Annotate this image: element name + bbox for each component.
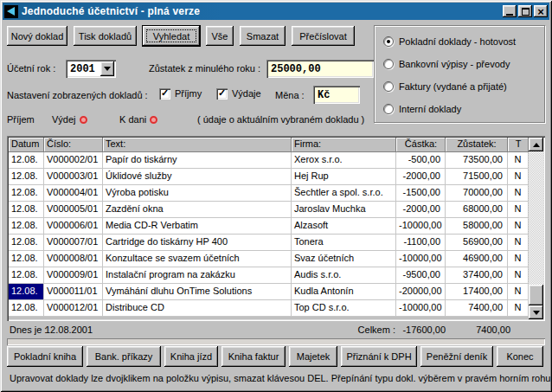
cell-text: Vymáhání dluhu OnTime Solutions (103, 284, 292, 300)
column-header-2: Číslo: (44, 138, 103, 152)
horizontal-scrollbar[interactable] (7, 338, 545, 345)
toolbar-button-3[interactable]: Vyhledat (143, 26, 200, 46)
cell-zustatek: 37400,00 (446, 267, 508, 284)
cell-cislo: V000007/01 (44, 235, 103, 251)
toolbar-button-6[interactable]: Přečíslovat (292, 26, 355, 46)
year-value: 2001 (66, 63, 95, 75)
cell-cislo: V000006/01 (44, 218, 103, 235)
expense-indicator-icon (80, 116, 87, 124)
doc-type-option-3[interactable]: Faktury (vydané a přijaté) (383, 80, 507, 93)
bottom-nav-button-1[interactable]: Pokladní kniha (7, 346, 83, 367)
balance-field[interactable]: 25000,00 (266, 60, 374, 78)
column-header-3: Text: (103, 138, 292, 152)
column-header-4: Firma: (292, 138, 396, 152)
cell-zustatek: 7400,00 (446, 300, 508, 317)
cell-t: N (508, 235, 529, 251)
app-icon (4, 5, 18, 18)
cell-t: N (508, 152, 529, 169)
scroll-up-icon[interactable] (529, 138, 543, 151)
toolbar-button-4[interactable]: Vše (206, 26, 234, 46)
display-settings-label: Nastavení zobrazených dokladů : (7, 90, 148, 100)
checkbox-1[interactable]: Příjmy (159, 87, 202, 100)
cell-firma: Jaroslav Muchka (292, 202, 396, 218)
cell-datum: 12.08. (9, 235, 44, 251)
minimize-icon (506, 14, 513, 16)
cell-cislo: V000004/01 (44, 185, 103, 202)
cell-firma: Alzasoft (292, 218, 396, 235)
bottom-nav-button-8[interactable]: Konec (497, 346, 543, 367)
bottom-nav-button-4[interactable]: Kniha faktur (221, 346, 286, 367)
table-row[interactable]: 12.08.V000011/01Vymáhání dluhu OnTime So… (9, 284, 529, 300)
bottom-nav: Pokladní knihaBank. příkazyKniha jízdKni… (7, 346, 543, 367)
cell-datum: 12.08. (9, 185, 44, 202)
bottom-nav-button-2[interactable]: Bank. příkazy (87, 346, 161, 367)
cell-firma: Xerox s.r.o. (292, 152, 396, 169)
app-window: Jednoduché účetnictví - plná verze Nový … (0, 0, 552, 392)
currency-field[interactable]: Kč (313, 86, 360, 104)
bottom-nav-button-3[interactable]: Kniha jízd (164, 346, 218, 367)
chevron-down-icon[interactable] (100, 61, 114, 76)
year-label: Účetní rok : (7, 63, 55, 74)
balance-label: Zůstatek z minulého roku : (149, 63, 260, 74)
doc-type-option-1[interactable]: Pokladní doklady - hotovost (383, 35, 516, 48)
cell-castka: -2000,00 (396, 169, 446, 185)
radio-icon (383, 36, 394, 47)
cell-firma: Hej Rup (292, 169, 396, 185)
cell-t: N (508, 284, 529, 300)
table-body: 12.08.V000002/01Papír do tiskárnyXerox s… (9, 152, 529, 317)
bottom-nav-button-6[interactable]: Přiznání k DPH (341, 346, 417, 367)
cell-text: Úklidové služby (103, 169, 292, 185)
cell-t: N (508, 267, 529, 284)
scrollbar-thumb[interactable] (529, 285, 543, 305)
cell-text: Konzultace se svazem účetních (103, 251, 292, 267)
cell-text: Distribuce CD (103, 300, 292, 317)
cell-castka: -9500,00 (396, 267, 446, 284)
cell-castka: -1500,00 (396, 185, 446, 202)
doc-type-label: Interní doklady (399, 104, 461, 114)
maximize-button[interactable] (518, 5, 532, 17)
scroll-down-icon[interactable] (529, 305, 543, 319)
toolbar-button-2[interactable]: Tisk dokladů (74, 26, 137, 46)
currency-value: Kč (313, 89, 330, 101)
tax-indicator: K dani (119, 114, 157, 125)
cell-text: Výroba potisku (103, 185, 292, 202)
checkbox-2[interactable]: Výdaje (216, 87, 261, 100)
cell-t: N (508, 185, 529, 202)
year-select[interactable]: 2001 (66, 60, 116, 78)
cell-cislo: V000003/01 (44, 169, 103, 185)
table-row[interactable]: 12.08.V000008/01Konzultace se svazem úče… (9, 251, 529, 267)
doc-type-option-4[interactable]: Interní doklady (383, 102, 461, 116)
table-row[interactable]: 12.08.V000002/01Papír do tiskárnyXerox s… (9, 152, 529, 169)
cell-text: Media CD-R Verbatim (103, 218, 292, 235)
expense-indicator-label: Výdej (52, 114, 76, 125)
today-value: 12.08.2001 (45, 325, 93, 335)
checkbox-icon (159, 88, 170, 100)
bottom-nav-button-5[interactable]: Majetek (289, 346, 337, 367)
cell-cislo: V000011/01 (44, 284, 103, 300)
table-row[interactable]: 12.08.V000007/01Cartridge do tiskárny HP… (9, 235, 529, 251)
income-indicator-label: Příjem (7, 114, 35, 125)
balance-value: 25000,00 (266, 63, 321, 75)
selection-note: ( údaje o aktuálním vybraném dokladu ) (197, 114, 364, 125)
cell-castka: -10000,00 (396, 251, 446, 267)
document-type-group: Pokladní doklady - hotovostBankovní výpi… (374, 25, 545, 123)
cell-text: Instalační program na zakázku (103, 267, 292, 284)
toolbar-button-5[interactable]: Smazat (240, 26, 286, 46)
doc-type-option-2[interactable]: Bankovní výpisy - převody (383, 57, 510, 71)
close-button[interactable] (534, 5, 548, 17)
table-row[interactable]: 12.08.V000006/01Media CD-R VerbatimAlzas… (9, 218, 529, 235)
toolbar-button-1[interactable]: Nový doklad (7, 26, 67, 46)
table-row[interactable]: 12.08.V000012/01Distribuce CDTop CD s.r.… (9, 300, 529, 317)
vertical-scrollbar[interactable] (529, 138, 543, 319)
today-label: Dnes je : (10, 325, 47, 335)
cell-datum: 12.08. (9, 202, 44, 218)
column-header-1: Datum (9, 138, 44, 152)
minimize-button[interactable] (503, 5, 517, 17)
cell-castka: -1100,00 (396, 235, 446, 251)
bottom-nav-button-7[interactable]: Peněžní deník (420, 346, 493, 367)
table-row[interactable]: 12.08.V000003/01Úklidové službyHej Rup-2… (9, 169, 529, 185)
table-row[interactable]: 12.08.V000004/01Výroba potiskuŠechtler a… (9, 185, 529, 202)
table-row[interactable]: 12.08.V000005/01Zazdění oknaJaroslav Muc… (9, 202, 529, 218)
table-row[interactable]: 12.08.V000009/01Instalační program na za… (9, 267, 529, 284)
doc-type-label: Bankovní výpisy - převody (399, 59, 510, 69)
